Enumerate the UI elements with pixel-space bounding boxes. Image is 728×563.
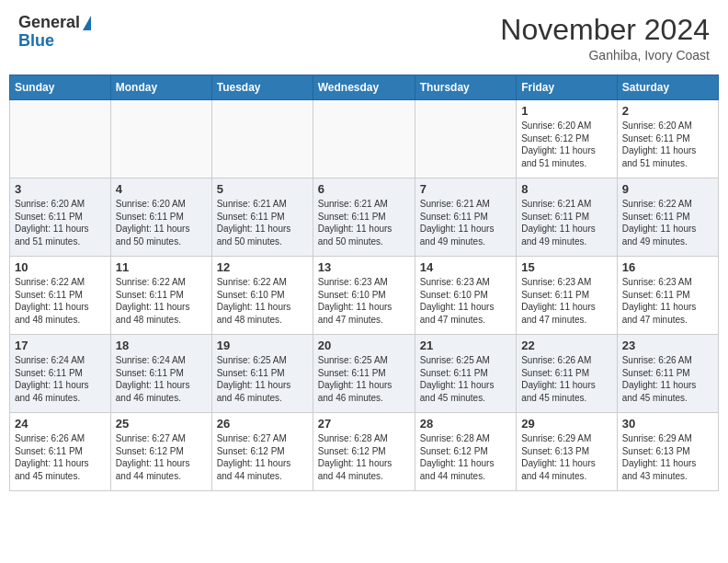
weekday-header-saturday: Saturday (617, 75, 718, 100)
logo-blue-text: Blue (18, 31, 54, 50)
day-info: Sunrise: 6:23 AM Sunset: 6:10 PM Dayligh… (318, 276, 410, 326)
month-title: November 2024 (500, 14, 710, 46)
day-info: Sunrise: 6:23 AM Sunset: 6:11 PM Dayligh… (622, 276, 713, 326)
day-number: 2 (622, 104, 713, 118)
day-number: 15 (521, 260, 612, 274)
day-info: Sunrise: 6:20 AM Sunset: 6:12 PM Dayligh… (521, 120, 612, 169)
calendar-cell (110, 100, 211, 178)
week-row-1: 1Sunrise: 6:20 AM Sunset: 6:12 PM Daylig… (10, 100, 719, 178)
day-number: 8 (521, 182, 612, 196)
day-number: 5 (217, 182, 308, 196)
day-number: 4 (116, 182, 207, 196)
day-info: Sunrise: 6:21 AM Sunset: 6:11 PM Dayligh… (521, 198, 612, 247)
logo-triangle-icon (83, 16, 91, 30)
calendar-cell: 13Sunrise: 6:23 AM Sunset: 6:10 PM Dayli… (313, 257, 415, 335)
day-info: Sunrise: 6:27 AM Sunset: 6:12 PM Dayligh… (217, 432, 308, 482)
calendar-cell: 19Sunrise: 6:25 AM Sunset: 6:11 PM Dayli… (211, 335, 313, 413)
week-row-5: 24Sunrise: 6:26 AM Sunset: 6:11 PM Dayli… (10, 413, 719, 491)
calendar-cell: 30Sunrise: 6:29 AM Sunset: 6:13 PM Dayli… (617, 413, 718, 491)
calendar-cell: 23Sunrise: 6:26 AM Sunset: 6:11 PM Dayli… (617, 335, 718, 413)
weekday-header-friday: Friday (517, 75, 618, 100)
calendar-cell: 11Sunrise: 6:22 AM Sunset: 6:11 PM Dayli… (110, 257, 211, 335)
weekday-header-tuesday: Tuesday (211, 75, 313, 100)
day-info: Sunrise: 6:29 AM Sunset: 6:13 PM Dayligh… (521, 432, 612, 482)
day-number: 9 (622, 182, 713, 196)
day-number: 16 (622, 260, 713, 274)
day-number: 1 (521, 104, 612, 118)
weekday-header-thursday: Thursday (415, 75, 516, 100)
calendar-cell: 6Sunrise: 6:21 AM Sunset: 6:11 PM Daylig… (313, 178, 415, 257)
calendar-cell (211, 100, 313, 178)
day-number: 18 (116, 339, 207, 352)
day-info: Sunrise: 6:22 AM Sunset: 6:11 PM Dayligh… (15, 276, 106, 326)
day-number: 12 (217, 260, 308, 274)
calendar-cell: 20Sunrise: 6:25 AM Sunset: 6:11 PM Dayli… (313, 335, 415, 413)
day-number: 17 (15, 339, 106, 352)
calendar-cell: 16Sunrise: 6:23 AM Sunset: 6:11 PM Dayli… (617, 257, 718, 335)
logo-general-text: General (18, 14, 80, 32)
calendar-cell: 7Sunrise: 6:21 AM Sunset: 6:11 PM Daylig… (415, 178, 516, 257)
calendar-cell: 27Sunrise: 6:28 AM Sunset: 6:12 PM Dayli… (313, 413, 415, 491)
day-info: Sunrise: 6:26 AM Sunset: 6:11 PM Dayligh… (521, 354, 612, 404)
weekday-header-monday: Monday (110, 75, 211, 100)
calendar-cell (10, 100, 111, 178)
day-number: 3 (15, 182, 106, 196)
day-info: Sunrise: 6:20 AM Sunset: 6:11 PM Dayligh… (622, 120, 713, 169)
day-info: Sunrise: 6:29 AM Sunset: 6:13 PM Dayligh… (622, 432, 713, 482)
day-info: Sunrise: 6:23 AM Sunset: 6:11 PM Dayligh… (521, 276, 612, 326)
calendar-header: SundayMondayTuesdayWednesdayThursdayFrid… (10, 75, 719, 100)
calendar-cell (415, 100, 516, 178)
day-info: Sunrise: 6:24 AM Sunset: 6:11 PM Dayligh… (15, 354, 106, 404)
day-info: Sunrise: 6:26 AM Sunset: 6:11 PM Dayligh… (15, 432, 106, 482)
calendar-body: 1Sunrise: 6:20 AM Sunset: 6:12 PM Daylig… (10, 100, 719, 491)
day-info: Sunrise: 6:27 AM Sunset: 6:12 PM Dayligh… (116, 432, 207, 482)
day-info: Sunrise: 6:25 AM Sunset: 6:11 PM Dayligh… (420, 354, 511, 404)
day-info: Sunrise: 6:25 AM Sunset: 6:11 PM Dayligh… (318, 354, 410, 404)
location-subtitle: Ganhiba, Ivory Coast (500, 48, 710, 63)
calendar-cell: 17Sunrise: 6:24 AM Sunset: 6:11 PM Dayli… (10, 335, 111, 413)
day-info: Sunrise: 6:28 AM Sunset: 6:12 PM Dayligh… (318, 432, 410, 482)
day-info: Sunrise: 6:20 AM Sunset: 6:11 PM Dayligh… (116, 198, 207, 247)
day-number: 26 (217, 417, 308, 431)
day-info: Sunrise: 6:20 AM Sunset: 6:11 PM Dayligh… (15, 198, 106, 247)
calendar-cell: 26Sunrise: 6:27 AM Sunset: 6:12 PM Dayli… (211, 413, 313, 491)
calendar-cell: 3Sunrise: 6:20 AM Sunset: 6:11 PM Daylig… (10, 178, 111, 257)
day-number: 20 (318, 339, 410, 352)
calendar-cell: 25Sunrise: 6:27 AM Sunset: 6:12 PM Dayli… (110, 413, 211, 491)
day-number: 24 (15, 417, 106, 431)
calendar-cell: 12Sunrise: 6:22 AM Sunset: 6:10 PM Dayli… (211, 257, 313, 335)
weekday-header-sunday: Sunday (10, 75, 111, 100)
day-number: 30 (622, 417, 713, 431)
day-info: Sunrise: 6:23 AM Sunset: 6:10 PM Dayligh… (420, 276, 511, 326)
day-number: 25 (116, 417, 207, 431)
calendar-cell: 2Sunrise: 6:20 AM Sunset: 6:11 PM Daylig… (617, 100, 718, 178)
calendar-cell: 10Sunrise: 6:22 AM Sunset: 6:11 PM Dayli… (10, 257, 111, 335)
day-number: 19 (217, 339, 308, 352)
day-info: Sunrise: 6:21 AM Sunset: 6:11 PM Dayligh… (217, 198, 308, 247)
day-info: Sunrise: 6:22 AM Sunset: 6:11 PM Dayligh… (116, 276, 207, 326)
weekday-header-wednesday: Wednesday (313, 75, 415, 100)
day-info: Sunrise: 6:24 AM Sunset: 6:11 PM Dayligh… (116, 354, 207, 404)
day-info: Sunrise: 6:25 AM Sunset: 6:11 PM Dayligh… (217, 354, 308, 404)
day-info: Sunrise: 6:21 AM Sunset: 6:11 PM Dayligh… (318, 198, 410, 247)
calendar-cell (313, 100, 415, 178)
weekday-header-row: SundayMondayTuesdayWednesdayThursdayFrid… (10, 75, 719, 100)
week-row-4: 17Sunrise: 6:24 AM Sunset: 6:11 PM Dayli… (10, 335, 719, 413)
day-info: Sunrise: 6:22 AM Sunset: 6:10 PM Dayligh… (217, 276, 308, 326)
day-info: Sunrise: 6:21 AM Sunset: 6:11 PM Dayligh… (420, 198, 511, 247)
calendar-cell: 4Sunrise: 6:20 AM Sunset: 6:11 PM Daylig… (110, 178, 211, 257)
calendar-cell: 24Sunrise: 6:26 AM Sunset: 6:11 PM Dayli… (10, 413, 111, 491)
day-info: Sunrise: 6:28 AM Sunset: 6:12 PM Dayligh… (420, 432, 511, 482)
day-info: Sunrise: 6:26 AM Sunset: 6:11 PM Dayligh… (622, 354, 713, 404)
day-number: 13 (318, 260, 410, 274)
calendar-cell: 8Sunrise: 6:21 AM Sunset: 6:11 PM Daylig… (517, 178, 618, 257)
calendar-cell: 5Sunrise: 6:21 AM Sunset: 6:11 PM Daylig… (211, 178, 313, 257)
day-number: 10 (15, 260, 106, 274)
calendar-table: SundayMondayTuesdayWednesdayThursdayFrid… (9, 75, 719, 491)
calendar-cell: 18Sunrise: 6:24 AM Sunset: 6:11 PM Dayli… (110, 335, 211, 413)
day-number: 27 (318, 417, 410, 431)
page-header: General Blue November 2024 Ganhiba, Ivor… (9, 9, 719, 67)
calendar-cell: 29Sunrise: 6:29 AM Sunset: 6:13 PM Dayli… (517, 413, 618, 491)
calendar-cell: 1Sunrise: 6:20 AM Sunset: 6:12 PM Daylig… (517, 100, 618, 178)
title-area: November 2024 Ganhiba, Ivory Coast (500, 14, 710, 63)
